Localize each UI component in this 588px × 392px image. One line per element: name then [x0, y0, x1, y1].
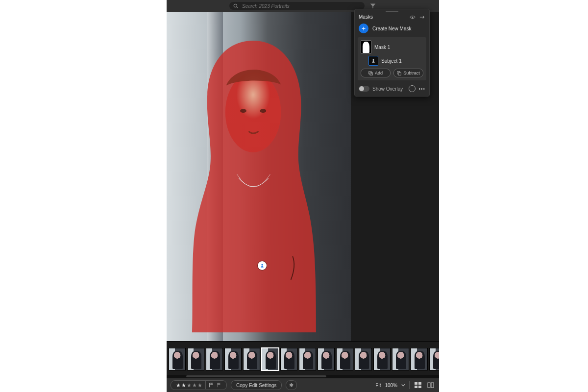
masks-panel-title: Masks — [359, 14, 373, 20]
filmstrip-thumb[interactable] — [187, 348, 204, 370]
star-icon[interactable]: ★ — [192, 382, 197, 389]
svg-point-4 — [260, 109, 266, 113]
svg-rect-10 — [428, 383, 430, 388]
subtract-from-mask-button[interactable]: Subtract — [393, 69, 423, 77]
svg-rect-7 — [418, 382, 421, 385]
filmstrip-thumb[interactable] — [280, 348, 297, 370]
add-icon — [368, 71, 373, 75]
app-window: ★★★★★ Copy Edit Settings ✱ Fit 100% Mask… — [167, 0, 439, 392]
svg-point-3 — [240, 109, 246, 113]
filmstrip-thumb[interactable] — [318, 348, 335, 370]
photo-preview — [167, 12, 351, 341]
svg-rect-6 — [415, 382, 417, 385]
mask-overlay — [181, 32, 325, 334]
filmstrip-thumb[interactable] — [224, 348, 242, 370]
filmstrip-thumb[interactable] — [429, 348, 439, 370]
mask-card: Mask 1 Subject 1 Add Subtract — [358, 37, 426, 80]
separator — [409, 381, 410, 389]
filmstrip-thumb[interactable] — [392, 348, 409, 370]
create-new-mask-label: Create New Mask — [372, 26, 411, 31]
more-icon[interactable]: ••• — [418, 86, 425, 92]
svg-point-0 — [234, 4, 237, 7]
svg-point-13 — [372, 59, 374, 61]
create-new-mask-button[interactable]: + Create New Mask — [355, 22, 429, 36]
canvas[interactable] — [167, 12, 351, 341]
chevron-down-icon[interactable] — [401, 383, 405, 387]
fit-label[interactable]: Fit — [375, 383, 381, 388]
add-to-mask-button[interactable]: Add — [361, 69, 391, 77]
subject-pin-icon[interactable] — [258, 261, 267, 270]
copy-edit-settings-label: Copy Edit Settings — [236, 383, 276, 388]
filmstrip-thumb[interactable] — [169, 348, 186, 370]
copy-edit-settings-button[interactable]: Copy Edit Settings — [231, 380, 282, 390]
filmstrip-thumb[interactable] — [336, 348, 353, 370]
gear-icon: ✱ — [289, 382, 294, 389]
mask-item[interactable]: Mask 1 — [360, 39, 424, 55]
svg-point-5 — [261, 264, 263, 266]
search-field[interactable] — [229, 2, 365, 10]
star-icon[interactable]: ★ — [181, 382, 186, 389]
separator — [205, 381, 206, 389]
filmstrip-thumb[interactable] — [411, 348, 428, 370]
grid-view-icon[interactable] — [414, 381, 422, 390]
svg-point-2 — [225, 73, 281, 152]
subtract-label: Subtract — [403, 71, 420, 75]
filmstrip[interactable] — [167, 341, 439, 375]
add-label: Add — [375, 71, 383, 75]
rating-pill[interactable]: ★★★★★ — [171, 380, 227, 390]
svg-point-12 — [412, 16, 414, 18]
rating-stars[interactable]: ★★★★★ — [176, 382, 202, 389]
eye-icon[interactable] — [410, 15, 416, 20]
filmstrip-thumb[interactable] — [373, 348, 391, 370]
filmstrip-thumb[interactable] — [206, 348, 223, 370]
settings-gear-button[interactable]: ✱ — [286, 380, 297, 390]
filmstrip-thumb[interactable] — [262, 348, 279, 370]
svg-line-1 — [237, 7, 238, 8]
subtract-icon — [397, 71, 401, 75]
svg-rect-11 — [431, 383, 434, 388]
mask-name: Mask 1 — [374, 45, 390, 50]
search-input[interactable] — [241, 3, 361, 9]
svg-rect-9 — [418, 386, 421, 388]
mask-thumbnail — [361, 40, 371, 54]
show-overlay-label: Show Overlay — [372, 86, 403, 92]
overlay-color-swatch[interactable] — [409, 85, 416, 92]
plus-icon: + — [359, 24, 368, 33]
subject-name: Subject 1 — [381, 58, 402, 64]
filmstrip-thumb[interactable] — [243, 348, 260, 370]
search-icon — [233, 3, 238, 8]
panel-drag-handle[interactable] — [355, 9, 429, 13]
bottom-bar: ★★★★★ Copy Edit Settings ✱ Fit 100% — [167, 378, 439, 392]
compare-view-icon[interactable] — [426, 381, 435, 390]
zoom-value[interactable]: 100% — [385, 383, 397, 388]
subject-thumbnail — [368, 56, 378, 66]
star-icon[interactable]: ★ — [197, 382, 202, 389]
filmstrip-thumb[interactable] — [299, 348, 316, 370]
reject-flag-icon[interactable] — [217, 383, 221, 388]
filmstrip-thumb[interactable] — [355, 348, 372, 370]
star-icon[interactable]: ★ — [176, 382, 181, 389]
svg-rect-8 — [415, 386, 417, 388]
star-icon[interactable]: ★ — [187, 382, 192, 389]
svg-rect-17 — [398, 73, 401, 75]
undock-icon[interactable] — [419, 15, 425, 20]
mask-component-item[interactable]: Subject 1 — [360, 55, 424, 67]
masks-panel[interactable]: Masks + Create New Mask Mask 1 Subject 1 — [354, 9, 430, 97]
filter-icon[interactable] — [369, 2, 376, 9]
flag-icon[interactable] — [209, 383, 214, 388]
show-overlay-toggle[interactable] — [359, 86, 369, 92]
